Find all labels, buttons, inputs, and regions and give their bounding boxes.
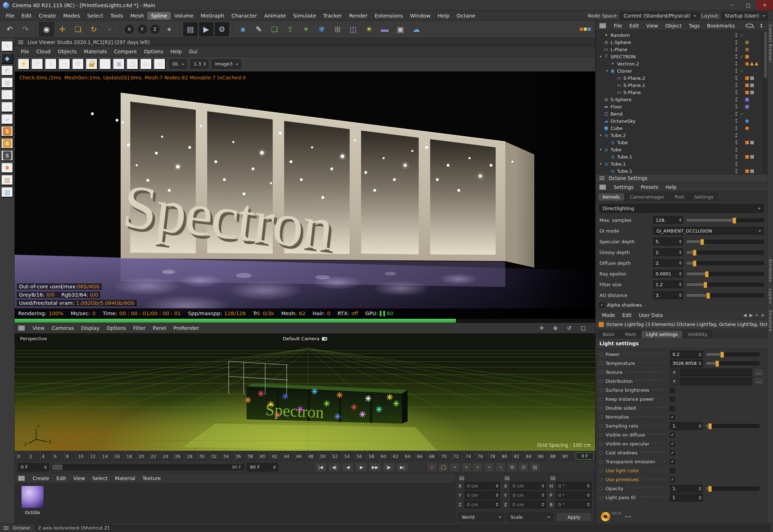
forward-arrow-icon[interactable]: ▶ xyxy=(749,313,753,318)
attribute-checkbox[interactable] xyxy=(670,459,675,464)
panel-menu-icon[interactable] xyxy=(599,25,606,27)
visibility-dots[interactable] xyxy=(734,40,739,44)
object-name[interactable]: Cloner xyxy=(617,68,632,74)
end-frame-field[interactable]: 90 F xyxy=(247,463,278,472)
pan-view-icon[interactable]: ✛ xyxy=(536,324,547,332)
viewport-menu-item[interactable]: Panel xyxy=(150,324,170,332)
preview-range-slider[interactable]: 90 F xyxy=(51,464,244,470)
extrude-object[interactable]: ⇧ xyxy=(283,22,298,36)
settings-gear-icon[interactable]: ⚙ xyxy=(72,58,84,70)
timeline-tick[interactable]: 38 xyxy=(246,451,258,461)
polygons-mode-button[interactable]: ▰ xyxy=(1,114,13,125)
visibility-dots[interactable] xyxy=(734,90,739,94)
visibility-dots[interactable] xyxy=(734,76,739,80)
material-preview-sphere[interactable] xyxy=(21,485,44,508)
live-viewer-menu-item[interactable]: Options xyxy=(141,48,166,55)
timeline-tick[interactable]: 72 xyxy=(452,451,464,461)
position-field[interactable]: 0 cm xyxy=(465,491,500,499)
expand-caret-icon[interactable]: ▾ xyxy=(598,162,603,166)
previous-frame-button[interactable]: ◀ xyxy=(342,463,354,472)
attribute-menu-item[interactable]: Mode xyxy=(599,311,618,319)
sky-object[interactable]: ☁ xyxy=(409,22,424,36)
timeline-tick[interactable]: 88 xyxy=(549,451,561,461)
octane-settings-menu-item[interactable]: Presets xyxy=(637,183,661,191)
resolution-scale-stepper[interactable]: 1.3 xyxy=(190,59,208,69)
octane-settings-menu-item[interactable]: Settings xyxy=(611,183,637,191)
timeline-tick[interactable]: 34 xyxy=(222,451,234,461)
octane-settings-menu-item[interactable]: Help xyxy=(662,183,680,191)
camera-object[interactable]: ▣ xyxy=(393,22,408,36)
timeline-tick[interactable]: 44 xyxy=(282,451,295,461)
visibility-dots[interactable] xyxy=(734,83,739,87)
render-region-icon[interactable]: ▭ xyxy=(58,58,71,70)
material-menu-item[interactable]: Material xyxy=(112,474,138,482)
object-name[interactable]: Tube.1 xyxy=(617,154,632,160)
timeline-tick[interactable]: 2 xyxy=(28,451,40,461)
object-manager-menu-item[interactable]: Bookmarks xyxy=(704,22,738,30)
next-key-button[interactable]: |▶ xyxy=(383,463,395,472)
menu-item[interactable]: Edit xyxy=(18,12,35,20)
timeline-tick[interactable]: 70 xyxy=(440,451,452,461)
checker-tag-icon[interactable] xyxy=(750,76,754,80)
menu-item[interactable]: File xyxy=(2,12,18,20)
octane-logo-icon[interactable] xyxy=(601,512,610,521)
customize-palette-icon[interactable] xyxy=(578,25,593,33)
param-slider[interactable] xyxy=(686,261,764,265)
attribute-tab[interactable]: Basic xyxy=(598,330,619,338)
kernel-type-select[interactable]: Directlighting xyxy=(599,204,764,213)
param-slider[interactable] xyxy=(686,283,764,287)
timeline-tick[interactable]: 84 xyxy=(525,451,537,461)
timeline-tick[interactable]: 24 xyxy=(161,451,174,461)
attribute-slider[interactable] xyxy=(706,424,759,428)
param-value-field[interactable]: 1.2 xyxy=(653,280,683,288)
restart-render-icon[interactable]: ⚡ xyxy=(18,58,30,70)
checker-tag-icon[interactable] xyxy=(750,141,754,145)
attribute-menu-item[interactable]: Edit xyxy=(619,311,635,319)
attribute-tab[interactable]: Light settings xyxy=(641,330,682,338)
timeline-tick[interactable]: 40 xyxy=(258,451,271,461)
attribute-checkbox[interactable] xyxy=(670,388,675,393)
octane-settings-tab[interactable]: CameraImager xyxy=(625,193,669,201)
object-name[interactable]: Random xyxy=(611,33,630,38)
object-name[interactable]: Tube xyxy=(611,147,621,152)
visibility-dots[interactable] xyxy=(734,97,739,102)
attribute-checkbox[interactable] xyxy=(670,450,675,455)
position-column-menu-icon[interactable] xyxy=(459,478,464,479)
warn-tag-icon[interactable] xyxy=(755,62,758,65)
menu-item[interactable]: Help xyxy=(434,12,453,20)
checker-tag-icon[interactable] xyxy=(750,155,754,159)
timeline-tick[interactable]: 58 xyxy=(367,451,379,461)
visibility-dots[interactable] xyxy=(734,133,739,137)
render-picture-viewer-button[interactable]: ▶ xyxy=(199,22,213,36)
attribute-value-field[interactable]: 1. xyxy=(670,485,703,493)
timeline-tick[interactable]: 60 xyxy=(379,451,392,461)
object-name[interactable]: S-Plane xyxy=(623,90,641,95)
maximize-button[interactable]: □ xyxy=(740,0,757,10)
timeline-tick[interactable]: 4 xyxy=(40,451,53,461)
object-row[interactable]: ☁ OctaneSky xyxy=(597,117,762,125)
layout-select[interactable]: Startup (User) xyxy=(721,12,768,20)
object-row[interactable]: ▭ L-Plane xyxy=(597,46,762,53)
current-frame-field[interactable]: 0 F xyxy=(18,463,49,472)
material-ball-icon[interactable]: ● xyxy=(99,58,111,70)
dock-tab[interactable]: Content Browser xyxy=(768,24,773,63)
render-view-button[interactable]: ▤ xyxy=(183,22,198,36)
param-value-field[interactable]: 0.0001 xyxy=(653,270,683,278)
keyframe-dot-icon[interactable] xyxy=(599,478,603,482)
timeline-tick[interactable]: 54 xyxy=(343,451,355,461)
timeline-tick[interactable]: 6 xyxy=(52,451,64,461)
timeline-tick[interactable]: 14 xyxy=(101,451,113,461)
timeline-tick[interactable]: 32 xyxy=(210,451,222,461)
attribute-tab[interactable]: Main xyxy=(620,330,641,338)
object-name[interactable]: S-Plane.1 xyxy=(623,83,645,88)
go-to-start-button[interactable]: |◀ xyxy=(315,463,327,472)
dock-tab[interactable]: Attributes xyxy=(768,259,773,282)
keyframe-selection-button[interactable]: ⊞ xyxy=(507,463,517,472)
range-handle[interactable] xyxy=(52,465,62,470)
object-row[interactable]: ◫ Bend ✓ xyxy=(597,110,762,117)
pause-icon[interactable]: ‖ xyxy=(45,58,57,70)
attribute-texture-field[interactable] xyxy=(680,369,752,376)
axis-lock-x[interactable]: X xyxy=(123,22,135,36)
keyframe-pla-toggle[interactable]: ▪ xyxy=(496,463,506,472)
param-slider[interactable] xyxy=(686,218,764,222)
